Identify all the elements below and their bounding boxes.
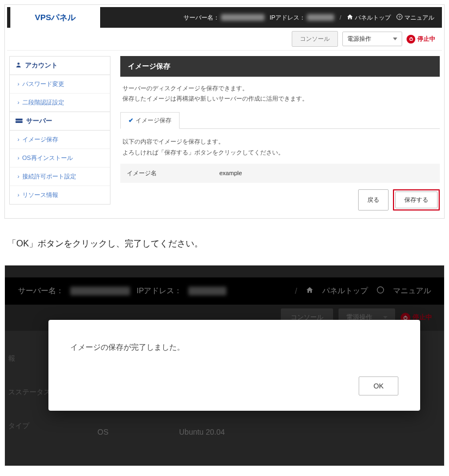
ip-value-blurred xyxy=(307,14,334,21)
svg-rect-6 xyxy=(16,121,23,123)
sidebar-heading-server: サーバー xyxy=(9,112,110,130)
section-title: イメージ保存 xyxy=(120,56,440,77)
section-description: サーバーのディスクイメージを保存できます。 保存したイメージは再構築や新しいサー… xyxy=(120,77,440,109)
person-icon xyxy=(15,61,22,70)
shot2-ip-label: IPアドレス： xyxy=(137,286,182,296)
shot2-os-value: Ubuntu 20.04 xyxy=(179,428,225,436)
shot2-server-name-label: サーバー名： xyxy=(18,286,64,296)
sidebar-server-list: イメージ保存 OS再インストール 接続許可ポート設定 リソース情報 xyxy=(9,130,110,205)
status-stopped: 停止中 xyxy=(407,35,435,44)
tab-row: ✔ イメージ保存 xyxy=(120,112,440,129)
sidebar-item-password[interactable]: パスワード変更 xyxy=(10,75,110,94)
server-icon xyxy=(15,118,23,125)
shot2-ip-blurred xyxy=(188,287,226,295)
ip-label: IPアドレス： xyxy=(270,14,334,22)
help-icon: ? xyxy=(396,14,403,21)
tab-image-save[interactable]: ✔ イメージ保存 xyxy=(120,112,180,129)
shot2-manual-link[interactable]: マニュアル xyxy=(393,286,431,296)
shot2-os-label: OS xyxy=(97,428,179,436)
shot2-server-name-blurred xyxy=(70,287,130,295)
shot2-panel-top-link[interactable]: パネルトップ xyxy=(322,286,368,296)
svg-point-7 xyxy=(377,287,384,294)
sidebar-item-resource[interactable]: リソース情報 xyxy=(10,186,110,204)
panel-top-link[interactable]: パネルトップ xyxy=(347,14,391,22)
vps-panel-screenshot-2: サーバー名： IPアドレス： / パネルトップ マニュアル コンソール 電源操作… xyxy=(4,265,445,466)
svg-text:?: ? xyxy=(398,15,401,19)
console-button[interactable]: コンソール xyxy=(292,31,338,47)
manual-link[interactable]: ? マニュアル xyxy=(396,14,434,22)
vps-panel-screenshot-1: VPSパネル サーバー名： IPアドレス： / パネルトップ ? マニュアル xyxy=(4,4,445,219)
server-name-label: サーバー名： xyxy=(183,14,265,22)
back-button[interactable]: 戻る xyxy=(358,189,389,211)
image-name-value: example xyxy=(219,170,242,176)
server-name-value-blurred xyxy=(221,14,265,21)
home-icon xyxy=(306,286,313,295)
main-content: イメージ保存 サーバーのディスクイメージを保存できます。 保存したイメージは再構… xyxy=(120,56,440,211)
home-icon xyxy=(347,14,353,21)
separator: / xyxy=(340,14,341,21)
sidebar-item-2fa[interactable]: 二段階認証設定 xyxy=(10,94,110,112)
shot2-header: サーバー名： IPアドレス： / パネルトップ マニュアル xyxy=(5,277,444,305)
svg-point-4 xyxy=(17,63,20,65)
check-icon: ✔ xyxy=(128,117,133,124)
ok-button[interactable]: OK xyxy=(359,376,398,395)
header-bar: VPSパネル サーバー名： IPアドレス： / パネルトップ ? マニュアル xyxy=(7,7,442,28)
help-icon xyxy=(377,286,384,295)
save-button-highlight: 保存する xyxy=(393,189,440,211)
action-row: 戻る 保存する xyxy=(120,183,440,211)
sidebar-heading-account: アカウント xyxy=(9,56,110,75)
sidebar-account-list: パスワード変更 二段階認証設定 xyxy=(9,75,110,112)
chevron-down-icon xyxy=(383,316,388,319)
instruction-text: 「OK」ボタンをクリックし、完了してください。 xyxy=(4,219,445,265)
chevron-down-icon xyxy=(393,38,397,40)
completion-modal: イメージの保存が完了しました。 OK xyxy=(48,320,420,411)
logo: VPSパネル xyxy=(10,7,100,28)
svg-rect-5 xyxy=(16,118,23,120)
image-name-row: イメージ名 example xyxy=(120,164,440,183)
shot2-side-fragments: 報 スステータス タイプ xyxy=(5,342,54,443)
modal-message: イメージの保存が完了しました。 xyxy=(70,343,398,353)
sidebar: アカウント パスワード変更 二段階認証設定 サーバー イメージ保存 OS再インス… xyxy=(9,56,110,205)
sidebar-item-os-reinstall[interactable]: OS再インストール xyxy=(10,149,110,168)
subheader: コンソール 電源操作 停止中 xyxy=(7,28,442,51)
power-select[interactable]: 電源操作 xyxy=(342,32,402,46)
sidebar-item-port[interactable]: 接続許可ポート設定 xyxy=(10,168,110,186)
save-button[interactable]: 保存する xyxy=(395,191,438,208)
image-name-label: イメージ名 xyxy=(127,169,219,177)
sidebar-item-image-save[interactable]: イメージ保存 xyxy=(10,131,110,149)
power-icon xyxy=(407,35,415,44)
confirm-text: 以下の内容でイメージを保存します。 よろしければ「保存する」ボタンをクリックして… xyxy=(120,134,440,164)
